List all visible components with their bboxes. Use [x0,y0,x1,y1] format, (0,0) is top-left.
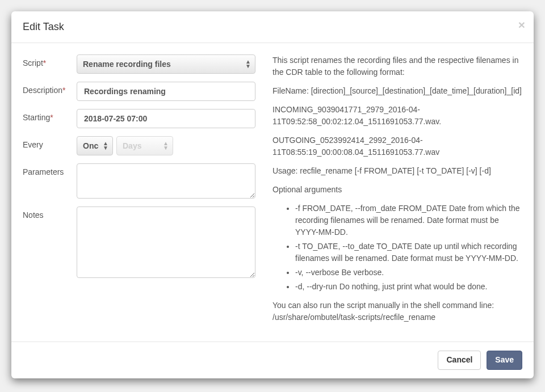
doc-optional-heading: Optional arguments [272,184,522,196]
doc-example-1: INCOMING_9039041771_2979_2016-04-11T09:5… [272,104,522,128]
edit-task-modal: Edit Task × Script* Rename recording fil… [11,11,534,378]
doc-filename-format: FileName: [direction]_[source]_[destinat… [272,85,522,97]
every-unit-select[interactable]: Days [116,136,173,155]
description-label: Description* [23,82,77,95]
description-row: Description* [23,82,255,101]
description-input[interactable] [77,82,255,101]
doc-arg-item: -f FROM_DATE, --from_date FROM_DATE Date… [295,203,522,238]
doc-arg-item: -d, --dry-run Do nothing, just print wha… [295,281,522,293]
starting-label: Starting* [23,109,77,122]
script-row: Script* Rename recording files ▲▼ [23,54,255,74]
doc-usage: Usage: recfile_rename [-f FROM_DATE] [-t… [272,165,522,177]
doc-arg-item: -v, --verbose Be verbose. [295,267,522,279]
starting-row: Starting* [23,109,255,128]
modal-body: Script* Rename recording files ▲▼ Descri… [11,43,534,342]
modal-footer: Cancel Save [11,342,534,378]
close-button[interactable]: × [518,19,525,31]
script-select-wrap: Rename recording files ▲▼ [77,54,255,74]
script-select[interactable]: Rename recording files [77,54,255,74]
notes-label: Notes [23,206,77,220]
doc-arg-item: -t TO_DATE, --to_date TO_DATE Date up un… [295,241,522,264]
doc-intro: This script renames the recording files … [272,54,522,78]
doc-example-2: OUTGOING_0523992414_2992_2016-04-11T08:5… [272,134,522,158]
modal-header: Edit Task × [11,11,534,43]
every-count-stepper[interactable]: ▲▼ [77,136,113,155]
notes-row: Notes [23,206,255,278]
doc-manual: You can also run the script manually in … [272,300,522,323]
documentation-column: This script renames the recording files … [272,54,522,330]
every-row: Every ▲▼ Days ▲▼ [23,136,255,155]
notes-textarea[interactable] [77,206,255,278]
doc-args-list: -f FROM_DATE, --from_date FROM_DATE Date… [295,203,522,293]
every-unit-wrap: Days ▲▼ [116,136,173,155]
parameters-textarea[interactable] [77,163,255,199]
form-column: Script* Rename recording files ▲▼ Descri… [23,54,255,330]
modal-title: Edit Task [23,20,522,34]
script-label: Script* [23,54,77,68]
every-count-input[interactable] [77,136,113,155]
save-button[interactable]: Save [487,351,522,370]
starting-input[interactable] [77,109,255,128]
parameters-label: Parameters [23,163,77,176]
cancel-button[interactable]: Cancel [438,351,481,370]
every-label: Every [23,136,77,149]
parameters-row: Parameters [23,163,255,199]
